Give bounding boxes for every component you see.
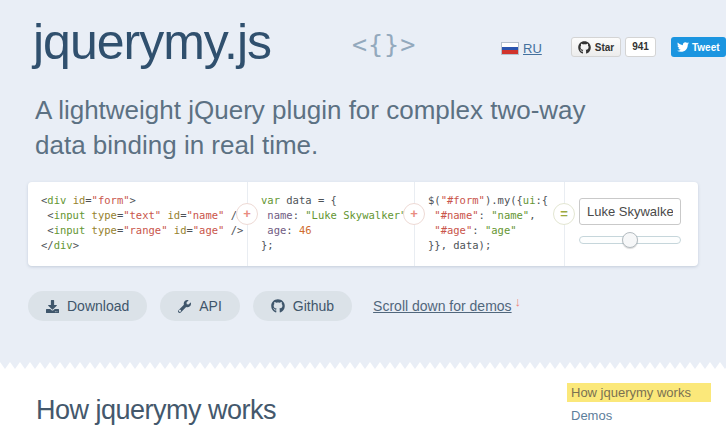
nav-item-how-jquerymy-works[interactable]: How jquerymy works [567, 383, 711, 402]
code-line: "#name": "name", [428, 208, 564, 223]
tagline-line1: A lightweight jQuery plugin for complex … [35, 93, 586, 128]
plus-operator-badge: + [403, 203, 425, 225]
hero-section: jquerymy.js <{}> RU Star 941 Tweet A lig… [0, 0, 726, 362]
code-line: }; [261, 238, 414, 253]
download-icon [46, 300, 59, 313]
zigzag-path [0, 362, 726, 369]
zigzag-divider [0, 362, 726, 370]
code-line: "#age": "age" [428, 223, 564, 238]
page: jquerymy.js <{}> RU Star 941 Tweet A lig… [0, 0, 726, 439]
github-icon [271, 299, 285, 313]
name-input[interactable] [579, 198, 681, 225]
github-star-button[interactable]: Star [571, 37, 621, 57]
age-range-slider[interactable] [579, 236, 681, 244]
github-button-label: Github [293, 298, 334, 314]
language-switch-link[interactable]: RU [523, 41, 542, 56]
code-line: <input type="text" id="name" /> [41, 208, 247, 223]
star-button-label: Star [595, 42, 614, 53]
download-button-label: Download [67, 298, 129, 314]
tagline-line2: data binding in real time. [35, 128, 586, 163]
wrench-icon [178, 300, 191, 313]
code-line: }}, data); [428, 238, 564, 253]
tweet-button-label: Tweet [692, 42, 720, 53]
code-line: <div id="form"> [41, 193, 247, 208]
braces-logo-icon: <{}> [352, 30, 416, 59]
code-block-data: var data = { name: "Luke Skywalker", age… [247, 182, 414, 266]
section-heading: How jquerymy works [36, 395, 276, 426]
api-button[interactable]: API [160, 291, 240, 321]
action-buttons-row: Download API Github Scroll down for demo… [28, 291, 521, 321]
code-line: </div> [41, 238, 247, 253]
code-line: var data = { [261, 193, 414, 208]
twitter-bird-icon [677, 41, 689, 53]
code-block-binding: $("#form").my({ui:{ "#name": "name", "#a… [414, 182, 564, 266]
github-star-widget: Star 941 [571, 37, 656, 57]
github-star-count[interactable]: 941 [625, 37, 656, 57]
tweet-button[interactable]: Tweet [671, 37, 726, 57]
code-demo-panel: <div id="form"> <input type="text" id="n… [28, 182, 698, 266]
range-slider-thumb[interactable] [622, 232, 638, 248]
equals-operator-badge: = [553, 203, 575, 225]
code-line: name: "Luke Skywalker", [261, 208, 414, 223]
scroll-down-for-demos-link[interactable]: Scroll down for demos [373, 298, 512, 314]
tagline: A lightweight jQuery plugin for complex … [35, 93, 586, 163]
github-icon [578, 41, 591, 54]
site-title: jquerymy.js [33, 12, 271, 72]
side-nav: How jquerymy works Demos [567, 381, 717, 423]
topbar: RU Star 941 Tweet [502, 36, 726, 58]
nav-item-demos[interactable]: Demos [567, 406, 717, 423]
api-button-label: API [199, 298, 222, 314]
code-block-html: <div id="form"> <input type="text" id="n… [28, 182, 247, 266]
result-column [564, 182, 698, 266]
code-line: $("#form").my({ui:{ [428, 193, 564, 208]
demos-link-label: Scroll down for demos [373, 298, 512, 314]
github-button[interactable]: Github [253, 291, 352, 321]
code-line: <input type="range" id="age" /> [41, 223, 247, 238]
download-button[interactable]: Download [28, 291, 147, 321]
plus-operator-badge: + [236, 203, 258, 225]
down-arrow-icon: ↓ [515, 294, 522, 309]
code-line: age: 46 [261, 223, 414, 238]
russian-flag-icon [502, 43, 518, 54]
